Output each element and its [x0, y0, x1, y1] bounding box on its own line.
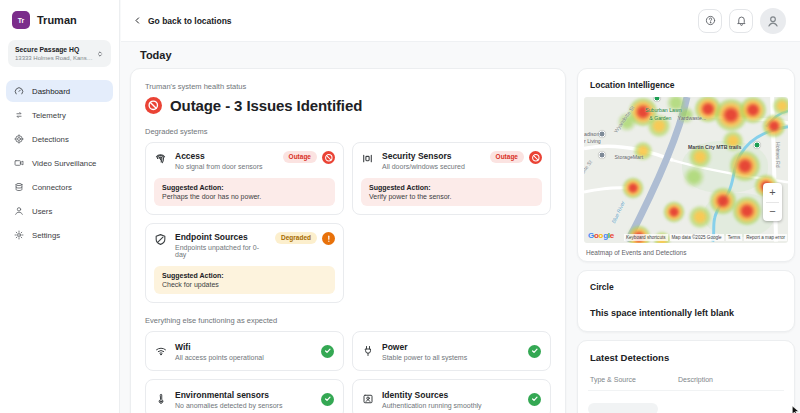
- map-label: & Garden: [649, 115, 671, 121]
- detections-icon: [14, 134, 24, 144]
- column-description: Description: [678, 376, 713, 383]
- map-label: r Living: [584, 138, 601, 144]
- map-attribution-item[interactable]: Report a map error: [744, 234, 787, 241]
- health-status-title: Outage - 3 Issues Identified: [170, 97, 362, 114]
- sidebar-item-dashboard[interactable]: Dashboard: [6, 80, 113, 102]
- ok-systems-label: Everything else functioning as expected: [145, 316, 551, 325]
- check-icon: [528, 345, 541, 358]
- power-icon: [362, 345, 374, 357]
- system-subtitle: Stable power to all systems: [382, 354, 520, 361]
- sidebar-item-label: Telemetry: [32, 111, 66, 120]
- google-logo[interactable]: Google: [588, 231, 614, 240]
- system-title: Endpoint Sources: [175, 232, 267, 242]
- system-subtitle: No anomalies detected by sensors: [175, 402, 313, 409]
- chevron-left-icon: [133, 16, 142, 25]
- latest-detections-card: Latest Detections Type & Source Descript…: [577, 340, 795, 413]
- map-attribution-item[interactable]: Terms: [726, 234, 743, 241]
- sidebar-item-settings[interactable]: Settings: [6, 224, 113, 246]
- system-health-card: Truman's system health status Outage - 3…: [130, 68, 566, 413]
- map-label: StorageMart: [615, 154, 644, 160]
- map-label: Holmes Rd: [775, 142, 781, 168]
- sidebar-item-label: Video Surveillance: [32, 159, 96, 168]
- system-title: Power: [382, 342, 520, 352]
- sidebar-nav: Dashboard Telemetry Detections Video Sur…: [0, 80, 119, 246]
- outage-status-icon: [145, 97, 162, 114]
- suggested-action-label: Suggested Action:: [162, 272, 327, 279]
- system-card-security-sensors: Security Sensors All doors/windows secur…: [352, 142, 551, 215]
- suggested-action-label: Suggested Action:: [162, 184, 327, 191]
- zoom-in-button[interactable]: +: [763, 183, 782, 202]
- prohibited-icon: [529, 151, 542, 164]
- back-label: Go back to locations: [148, 16, 232, 26]
- location-address: 13333 Holmes Road, Kansas City, ...: [15, 55, 93, 61]
- system-subtitle: All access points operational: [175, 354, 313, 361]
- location-intelligence-card: Location Intelligence adisonr LivingWyan…: [577, 68, 795, 262]
- map-poi-icon: [599, 130, 606, 137]
- health-status-label: Truman's system health status: [145, 82, 551, 91]
- topbar: Go back to locations: [121, 0, 800, 42]
- sidebar-item-connectors[interactable]: Connectors: [6, 176, 113, 198]
- circle-card: Circle This space intentionally left bla…: [577, 270, 795, 332]
- system-card-power: Power Stable power to all systems: [352, 331, 551, 371]
- status-badge: Degraded: [275, 232, 317, 244]
- system-title: Wifi: [175, 342, 313, 352]
- connectors-icon: [14, 182, 24, 192]
- sidebar-item-video-surveillance[interactable]: Video Surveillance: [6, 152, 113, 174]
- notifications-button[interactable]: [729, 9, 753, 33]
- app-logo[interactable]: Tr: [12, 11, 30, 29]
- suggested-action-text: Perhaps the door has no power.: [162, 193, 327, 200]
- status-badge: Outage: [490, 151, 524, 163]
- system-card-wifi: Wifi All access points operational: [145, 331, 344, 371]
- location-intelligence-title: Location Intelligence: [578, 69, 794, 97]
- shield-icon: [154, 233, 167, 246]
- latest-detections-title: Latest Detections: [578, 341, 794, 370]
- loading-skeleton: [588, 403, 658, 413]
- warning-icon: [322, 232, 335, 245]
- sidebar-item-detections[interactable]: Detections: [6, 128, 113, 150]
- suggested-action-label: Suggested Action:: [369, 184, 534, 191]
- heatmap-map[interactable]: adisonr LivingWyandotte StSuburban Lawn&…: [584, 97, 788, 243]
- sidebar: Tr Truman Secure Passage HQ 13333 Holmes…: [0, 0, 120, 413]
- location-name: Secure Passage HQ: [15, 46, 93, 53]
- system-card-endpoint-sources: Endpoint Sources Endpoints unpatched for…: [145, 223, 344, 303]
- system-title: Access: [175, 151, 275, 161]
- map-label: Yardwaste...: [678, 115, 706, 121]
- map-poi-icon: [754, 142, 761, 149]
- map-label: Martin City MTB trails: [688, 144, 741, 150]
- suggested-action: Suggested Action: Perhaps the door has n…: [154, 178, 335, 206]
- video-icon: [14, 158, 24, 168]
- map-zoom-control: + −: [763, 183, 782, 221]
- suggested-action-text: Check for updates: [162, 281, 327, 288]
- page-title: Today: [140, 49, 172, 61]
- sidebar-item-label: Users: [32, 207, 52, 216]
- help-button[interactable]: [698, 9, 722, 33]
- bell-icon: [736, 15, 747, 26]
- user-avatar[interactable]: [760, 8, 786, 34]
- location-selector[interactable]: Secure Passage HQ 13333 Holmes Road, Kan…: [8, 40, 111, 67]
- idcard-icon: [362, 393, 374, 405]
- map-poi-icon: [599, 152, 606, 159]
- sidebar-item-users[interactable]: Users: [6, 200, 113, 222]
- sidebar-item-label: Settings: [32, 231, 60, 240]
- sidebar-item-label: Connectors: [32, 183, 72, 192]
- system-card-access: Access No signal from door sensors Outag…: [145, 142, 344, 215]
- sidebar-item-telemetry[interactable]: Telemetry: [6, 104, 113, 126]
- map-label: adison: [584, 131, 599, 137]
- back-button[interactable]: Go back to locations: [133, 16, 232, 26]
- dashboard-icon: [14, 86, 24, 96]
- suggested-action: Suggested Action: Verify power to the se…: [361, 178, 542, 206]
- divider: [588, 390, 784, 391]
- zoom-out-button[interactable]: −: [763, 203, 782, 222]
- map-label: Suburban Lawn: [645, 107, 681, 113]
- fingerprint-icon: [154, 152, 167, 165]
- users-icon: [14, 206, 24, 216]
- thermometer-icon: [155, 393, 167, 405]
- system-card-identity-sources: Identity Sources Authentication running …: [352, 379, 551, 413]
- system-subtitle: Endpoints unpatched for 0-day: [175, 244, 267, 258]
- check-icon: [321, 393, 334, 406]
- sidebar-item-label: Dashboard: [32, 87, 70, 96]
- degraded-systems-label: Degraded systems: [145, 127, 551, 136]
- check-icon: [528, 393, 541, 406]
- map-attribution-item[interactable]: Keyboard shortcuts: [624, 234, 668, 241]
- system-title: Environmental sensors: [175, 390, 313, 400]
